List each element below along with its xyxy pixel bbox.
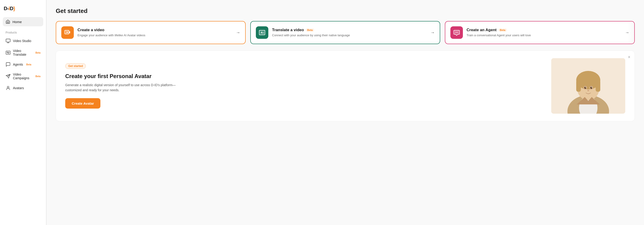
- create-video-icon: [64, 29, 71, 36]
- sidebar-video-campaigns-beta: Beta: [36, 75, 40, 78]
- sidebar-item-agents[interactable]: Agents Beta: [3, 60, 43, 69]
- svg-point-12: [456, 32, 457, 32]
- logo-brace: }: [13, 5, 15, 11]
- create-agent-title-text: Create an Agent: [466, 28, 497, 32]
- svg-point-26: [586, 87, 586, 88]
- avatars-icon: [6, 85, 11, 91]
- sidebar: D-iD} Home Products Video Studio: [0, 0, 46, 225]
- translate-video-desc: Connect with your audience by using thei…: [272, 33, 427, 37]
- translate-video-content: Translate a video Beta Connect with your…: [272, 28, 427, 37]
- banner-desc: Generate a realistic digital version of …: [65, 82, 542, 93]
- create-video-card[interactable]: Create a video Engage your audience with…: [56, 21, 246, 44]
- sidebar-avatars-label: Avatars: [13, 86, 24, 90]
- create-agent-card[interactable]: Create an Agent Beta Train a conversatio…: [445, 21, 635, 44]
- logo-d: D-: [4, 5, 8, 11]
- create-video-desc: Engage your audience with lifelike AI Av…: [78, 33, 232, 37]
- avatar-illustration: [551, 58, 625, 114]
- create-agent-title: Create an Agent Beta: [466, 28, 621, 32]
- banner-tag: Get started: [65, 63, 86, 69]
- banner-close-button[interactable]: ×: [627, 54, 631, 60]
- create-avatar-button[interactable]: Create Avatar: [65, 98, 100, 109]
- svg-point-27: [592, 87, 592, 88]
- sidebar-video-translate-beta: Beta: [36, 51, 40, 54]
- sidebar-video-studio-label: Video Studio: [13, 39, 31, 43]
- page-title: Get started: [56, 7, 635, 14]
- banner-avatar-image: [551, 58, 625, 114]
- main-content: Get started Create a video Engage your a…: [46, 0, 644, 225]
- banner-content: Get started Create your first Personal A…: [65, 58, 551, 114]
- create-agent-desc: Train a conversational Agent your users …: [466, 33, 621, 37]
- banner-title: Create your first Personal Avatar: [65, 72, 542, 80]
- create-agent-icon: [453, 29, 460, 36]
- create-video-icon-wrap: [61, 26, 74, 39]
- translate-video-icon-wrap: A 文: [256, 26, 268, 39]
- translate-video-title: Translate a video Beta: [272, 28, 427, 32]
- svg-rect-20: [576, 80, 581, 92]
- translate-video-title-text: Translate a video: [272, 28, 304, 32]
- product-cards-row: Create a video Engage your audience with…: [56, 21, 635, 44]
- svg-point-13: [457, 32, 458, 32]
- svg-point-28: [587, 90, 589, 91]
- personal-avatar-banner: × Get started Create your first Personal…: [56, 51, 635, 121]
- translate-video-arrow: →: [430, 30, 435, 35]
- create-agent-beta: Beta: [498, 28, 507, 32]
- create-video-arrow: →: [236, 30, 240, 35]
- sidebar-video-translate-label: Video Translate: [13, 49, 32, 56]
- create-agent-icon-wrap: [450, 26, 463, 39]
- home-icon: [6, 19, 10, 24]
- products-section-label: Products: [3, 29, 43, 35]
- sidebar-item-home[interactable]: Home: [3, 17, 43, 26]
- svg-text:文: 文: [262, 32, 264, 34]
- translate-video-icon: A 文: [258, 29, 266, 36]
- sidebar-video-campaigns-label: Video Campaigns: [13, 72, 32, 80]
- sidebar-home-label: Home: [12, 20, 22, 24]
- sidebar-item-video-studio[interactable]: Video Studio: [3, 36, 43, 46]
- video-campaigns-icon: [6, 74, 11, 79]
- create-video-content: Create a video Engage your audience with…: [78, 28, 232, 37]
- video-translate-icon: [6, 50, 11, 55]
- svg-rect-21: [596, 80, 600, 92]
- sidebar-item-avatars[interactable]: Avatars: [3, 83, 43, 93]
- svg-rect-0: [6, 39, 10, 42]
- sidebar-item-video-campaigns[interactable]: Video Campaigns Beta: [3, 70, 43, 82]
- create-agent-content: Create an Agent Beta Train a conversatio…: [466, 28, 621, 37]
- sidebar-agents-label: Agents: [13, 63, 23, 66]
- svg-point-4: [7, 86, 9, 88]
- translate-video-card[interactable]: A 文 Translate a video Beta Connect with …: [250, 21, 440, 44]
- video-studio-icon: [6, 38, 11, 43]
- agents-icon: [6, 62, 11, 67]
- card-partial-cover: [627, 21, 634, 44]
- logo-d2: D: [10, 5, 13, 11]
- logo-text: D-iD}: [4, 5, 15, 11]
- create-video-title-text: Create a video: [78, 28, 104, 32]
- translate-video-beta: Beta: [306, 28, 314, 32]
- logo: D-iD}: [3, 4, 43, 16]
- svg-point-11: [455, 32, 456, 32]
- sidebar-agents-beta: Beta: [26, 63, 32, 66]
- create-video-title: Create a video: [78, 28, 232, 32]
- sidebar-item-video-translate[interactable]: Video Translate Beta: [3, 47, 43, 59]
